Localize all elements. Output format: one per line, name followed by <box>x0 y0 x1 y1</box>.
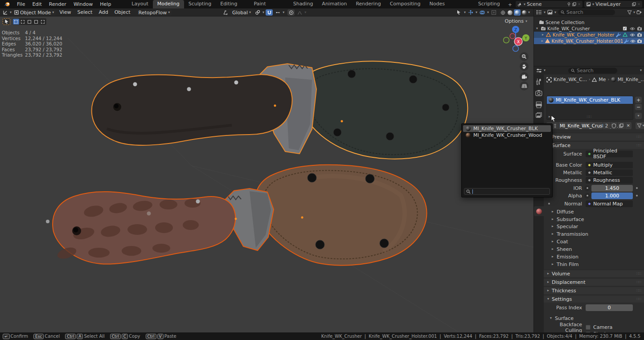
menu-object[interactable]: Object <box>112 8 133 16</box>
alpha-slider[interactable]: 1.000 <box>591 193 633 199</box>
tab-shading[interactable]: Shading <box>289 0 318 8</box>
properties-options-caret[interactable]: ▾ <box>640 69 642 72</box>
collection-checkbox[interactable]: ✓ <box>623 26 627 31</box>
outliner-row-holster-001[interactable]: ▸ Knife_WK_Crusher_Holster.001 <box>534 38 644 44</box>
panel-grip[interactable]: ∷∷ <box>637 288 641 293</box>
perspective-toggle-button[interactable] <box>520 82 529 90</box>
surface-shader-selector[interactable]: Principled BSDF <box>586 151 633 157</box>
menu-edit[interactable]: Edit <box>29 0 45 8</box>
hide-eye-icon[interactable] <box>630 39 636 43</box>
tab-animation[interactable]: Animation <box>317 0 351 8</box>
tab-material-active[interactable] <box>534 206 544 216</box>
select-mode-new[interactable] <box>13 19 19 25</box>
subsection-emission[interactable]: ▸Emission <box>552 254 578 260</box>
tab-viewlayer-icon[interactable] <box>535 112 542 119</box>
tab-texture-paint[interactable]: Texture Paint <box>249 0 288 8</box>
panel-grip[interactable]: ∷∷ <box>637 271 641 276</box>
selectability-visibility-button[interactable] <box>455 9 463 16</box>
subsection-settings-surface[interactable]: ▾Surface <box>550 315 574 321</box>
disable-render-icon[interactable] <box>636 26 642 31</box>
editor-type-caret[interactable]: ▾ <box>10 11 12 14</box>
new-scene-icon[interactable] <box>572 2 576 6</box>
collection-expand-caret[interactable]: ▾ <box>534 27 540 30</box>
users-count-button[interactable]: 2 <box>603 122 610 129</box>
subsection-subsurface[interactable]: ▸Subsurface <box>552 216 584 222</box>
subsection-specular[interactable]: ▸Specular <box>552 223 578 229</box>
tab-uv-editing[interactable]: UV Editing <box>216 0 249 8</box>
shading-material-button[interactable] <box>514 9 521 16</box>
remove-slot-button[interactable]: − <box>635 104 642 110</box>
proportional-edit-toggle[interactable] <box>287 9 295 16</box>
menu-help[interactable]: Help <box>96 0 115 8</box>
menu-add[interactable]: Add <box>96 8 111 16</box>
editor-type-button[interactable] <box>2 9 9 16</box>
breadcrumb-object[interactable]: Knife_WK_C... <box>554 77 587 82</box>
material-slot-selected[interactable]: MI_Knife_WK_Crusher_BLK <box>547 96 633 104</box>
add-workspace-button[interactable]: + <box>505 1 516 8</box>
holster-001-expand-caret[interactable]: ▸ <box>540 39 545 43</box>
transform-orientation[interactable]: Global ▾ <box>230 9 253 16</box>
tab-sculpting[interactable]: Sculpting <box>184 0 216 8</box>
display-mode-caret[interactable]: ▾ <box>544 11 546 14</box>
shading-wireframe-button[interactable] <box>500 9 506 16</box>
roughness-input[interactable]: Roughness <box>586 177 633 184</box>
viewlayer-selector[interactable]: ▾ ViewLayer ✕ <box>584 1 642 8</box>
pan-button[interactable] <box>520 62 529 71</box>
xray-toggle[interactable] <box>490 9 497 16</box>
checkbox-camera[interactable]: Camera <box>586 324 612 330</box>
scene-selector[interactable]: ▾ Scene ✕ <box>516 1 582 8</box>
disable-render-icon[interactable] <box>637 39 642 43</box>
gizmo-axis-neg-x[interactable] <box>504 37 509 43</box>
breadcrumb-material[interactable]: MI_Knife_... <box>618 77 644 82</box>
pass-index-field[interactable]: 0 <box>586 304 633 311</box>
viewport-options-button[interactable]: Options ▾ <box>505 18 527 24</box>
panel-grip[interactable]: ∷∷ <box>637 280 641 284</box>
tab-compositing[interactable]: Compositing <box>386 0 425 8</box>
properties-editor-icon[interactable] <box>536 68 542 73</box>
subsection-coat[interactable]: ▸Coat <box>552 238 568 245</box>
tab-geometry-nodes[interactable]: Geometry Nodes <box>425 0 474 8</box>
gizmo-axis-neg-z[interactable] <box>513 46 519 52</box>
blender-app-menu-icon[interactable] <box>4 1 11 7</box>
panel-displacement[interactable]: ▸Displacement ∷∷ <box>544 278 644 286</box>
tab-tool-icon[interactable] <box>535 78 542 85</box>
popup-search-field[interactable] <box>464 188 550 195</box>
remove-viewlayer-icon[interactable]: ✕ <box>637 3 640 6</box>
shading-caret[interactable]: ▾ <box>528 11 530 14</box>
mode-selector[interactable]: Object Mode ▾ <box>12 9 56 16</box>
properties-editor-caret[interactable]: ▾ <box>544 69 546 72</box>
panel-preview[interactable]: ▸ Preview ∷∷ <box>544 133 644 140</box>
menu-select[interactable]: Select <box>74 8 95 16</box>
filter-caret[interactable]: ▾ <box>633 11 635 14</box>
select-mode-extend[interactable] <box>20 19 26 25</box>
material-name-field[interactable]: MI_Knife_WK_Crusher_BLK <box>558 122 603 129</box>
alpha-socket[interactable] <box>584 193 590 199</box>
snap-toggle[interactable] <box>266 9 273 16</box>
breadcrumb-data[interactable]: Me <box>599 77 606 82</box>
select-mode-subtract[interactable] <box>26 19 33 25</box>
new-collection-icon[interactable] <box>636 10 642 15</box>
normal-input[interactable]: Normal Map <box>586 201 633 207</box>
panel-grip[interactable]: ∷∷ <box>637 297 641 301</box>
add-slot-button[interactable]: + <box>635 97 642 103</box>
select-mode-intersect[interactable] <box>40 19 46 25</box>
popup-item-wood[interactable]: MI_Knife_WK_Crusher_Wood <box>463 132 551 139</box>
overlays-toggle[interactable] <box>479 9 486 16</box>
panel-thickness[interactable]: ▸Thickness ∷∷ <box>544 287 644 294</box>
tab-render-icon[interactable] <box>535 90 542 97</box>
tab-scripting[interactable]: Scripting <box>474 0 505 8</box>
base-color-input[interactable]: Multiply <box>586 162 633 168</box>
shading-solid-button[interactable] <box>507 9 513 16</box>
ior-slider[interactable]: 1.450 <box>591 185 633 192</box>
new-viewlayer-icon[interactable] <box>632 2 636 6</box>
camera-checkbox[interactable] <box>586 325 591 330</box>
slot-specials-button[interactable]: ▾ <box>635 113 642 119</box>
panel-grip[interactable]: ∷∷ <box>637 135 641 139</box>
new-material-button[interactable] <box>618 122 625 129</box>
popup-item-blk[interactable]: MI_Knife_WK_Crusher_BLK <box>463 125 551 132</box>
holster-expand-caret[interactable]: ▸ <box>540 33 546 37</box>
outliner-row-collection[interactable]: ▾ Knife_WK_Crusher ✓ <box>534 25 644 32</box>
slot-resize-grip[interactable]: ∷∷ <box>587 115 591 119</box>
menu-render[interactable]: Render <box>45 0 70 8</box>
retopoflow-menu[interactable]: RetopoFlow ▾ <box>137 9 172 16</box>
